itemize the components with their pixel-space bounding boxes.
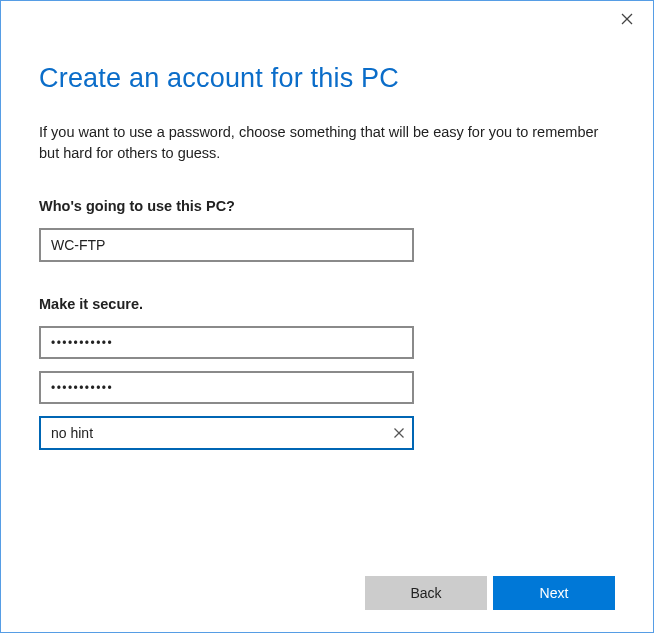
password-hint-input[interactable] xyxy=(39,416,414,450)
next-button[interactable]: Next xyxy=(493,576,615,610)
secure-section-label: Make it secure. xyxy=(39,296,615,312)
username-section-label: Who's going to use this PC? xyxy=(39,198,615,214)
password-confirm-input-wrap xyxy=(39,371,414,404)
close-button[interactable] xyxy=(619,11,635,27)
clear-icon xyxy=(393,427,405,439)
description-text: If you want to use a password, choose so… xyxy=(39,122,604,164)
close-icon xyxy=(621,13,633,25)
footer-buttons: Back Next xyxy=(365,576,615,610)
main-content: Create an account for this PC If you wan… xyxy=(1,1,653,450)
back-button[interactable]: Back xyxy=(365,576,487,610)
password-input[interactable] xyxy=(39,326,414,359)
clear-hint-button[interactable] xyxy=(390,424,408,442)
username-input[interactable] xyxy=(39,228,414,262)
page-title: Create an account for this PC xyxy=(39,63,615,94)
hint-input-wrap xyxy=(39,416,414,450)
password-confirm-input[interactable] xyxy=(39,371,414,404)
password-input-wrap xyxy=(39,326,414,359)
username-input-wrap xyxy=(39,228,414,262)
